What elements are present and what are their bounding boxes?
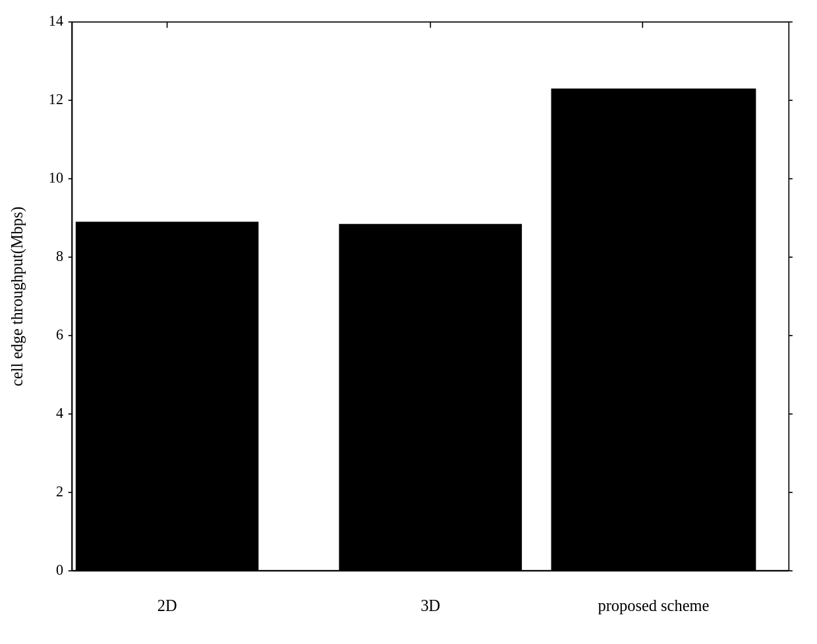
bar-proposed-scheme (551, 88, 756, 571)
y-tick-12: 12 (49, 91, 63, 107)
x-label-proposed-scheme: proposed scheme (598, 597, 710, 614)
y-tick-8: 8 (56, 248, 63, 264)
bar-2d (76, 221, 259, 571)
y-tick-2: 2 (56, 483, 63, 500)
y-axis-label: cell edge throughput(Mbps) (8, 206, 26, 386)
x-label-3d: 3D (420, 597, 440, 614)
x-label-2d: 2D (157, 597, 177, 614)
y-tick-14: 14 (49, 13, 63, 29)
bar-3d (339, 224, 522, 571)
y-tick-10: 10 (49, 169, 63, 186)
bar-chart: cell edge throughput(Mbps) 0 2 4 6 (0, 0, 817, 644)
y-tick-6: 6 (56, 326, 63, 343)
y-tick-0: 0 (56, 562, 63, 578)
chart-container: cell edge throughput(Mbps) 0 2 4 6 (0, 0, 817, 644)
y-tick-4: 4 (56, 405, 63, 421)
